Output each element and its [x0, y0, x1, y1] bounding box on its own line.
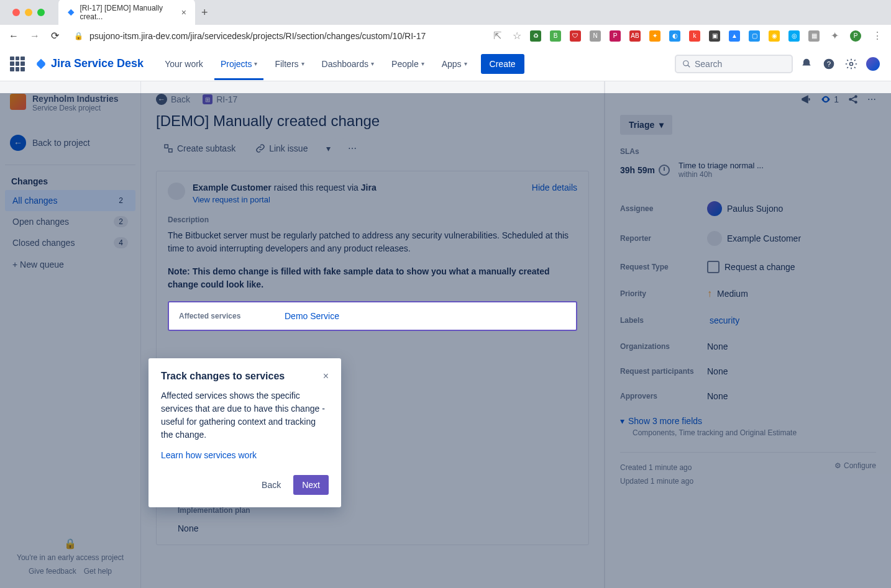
request-type-field[interactable]: Request Type Request a change: [620, 253, 876, 281]
updated-timestamp: Updated 1 minute ago: [620, 475, 693, 489]
priority-field[interactable]: Priority ↑Medium: [620, 281, 876, 307]
svg-line-10: [851, 97, 855, 99]
affected-services-label: Affected services: [179, 312, 285, 320]
url-bar[interactable]: 🔒 psujono-itsm.jira-dev.com/jira/service…: [68, 31, 485, 41]
reload-icon[interactable]: ⟳: [48, 27, 62, 44]
ext-icon[interactable]: P: [610, 30, 621, 42]
star-icon[interactable]: ☆: [510, 27, 524, 44]
nav-filters[interactable]: Filters▾: [268, 54, 310, 74]
tab-title: [RI-17] [DEMO] Manually creat...: [80, 4, 176, 21]
close-tab-icon[interactable]: ×: [181, 7, 186, 17]
get-help-link[interactable]: Get help: [84, 567, 112, 576]
count-badge: 4: [114, 237, 128, 248]
status-button[interactable]: Triage ▾: [620, 115, 672, 135]
link-issue-button[interactable]: Link issue: [248, 138, 315, 158]
nav-projects[interactable]: Projects▾: [214, 48, 264, 80]
app-switcher-icon[interactable]: [10, 57, 25, 71]
nav-dashboards[interactable]: Dashboards▾: [316, 54, 381, 74]
give-feedback-link[interactable]: Give feedback: [29, 567, 76, 576]
popup-back-button[interactable]: Back: [254, 475, 288, 495]
chevron-down-icon: ▾: [464, 60, 467, 67]
browser-tab[interactable]: [RI-17] [DEMO] Manually creat... ×: [58, 0, 195, 26]
jira-logo[interactable]: Jira Service Desk: [35, 57, 144, 70]
create-button[interactable]: Create: [481, 54, 524, 74]
sidebar-section-heading: Changes: [5, 173, 135, 190]
open-external-icon[interactable]: ⇱: [491, 27, 504, 44]
notifications-icon[interactable]: [798, 55, 815, 73]
help-icon[interactable]: ?: [820, 55, 838, 73]
search-icon: [682, 60, 691, 68]
ext-icon[interactable]: B: [550, 30, 561, 42]
chevron-down-icon: ▾: [254, 60, 257, 67]
project-icon: [10, 94, 26, 110]
nav-people[interactable]: People▾: [385, 54, 431, 74]
back-nav-icon[interactable]: ←: [6, 28, 21, 44]
profile-icon[interactable]: P: [850, 30, 861, 42]
close-icon[interactable]: ×: [323, 371, 329, 382]
close-window-icon[interactable]: [12, 9, 20, 16]
sidebar-item-closed-changes[interactable]: Closed changes 4: [5, 232, 135, 253]
ext-icon[interactable]: ▣: [709, 30, 720, 42]
participants-field[interactable]: Request participants None: [620, 359, 876, 384]
ext-icon[interactable]: ◉: [769, 30, 780, 42]
create-subtask-button[interactable]: Create subtask: [156, 138, 243, 158]
svg-line-11: [851, 100, 855, 102]
share-icon[interactable]: [848, 94, 859, 105]
watchers-button[interactable]: 1: [820, 94, 839, 105]
hide-details-link[interactable]: Hide details: [532, 183, 577, 192]
more-icon[interactable]: ⋯: [867, 94, 876, 104]
sidebar-item-all-changes[interactable]: All changes 2: [5, 190, 135, 211]
ext-icon[interactable]: ▢: [749, 30, 760, 42]
approvers-field[interactable]: Approvers None: [620, 384, 876, 409]
issue-title[interactable]: [DEMO] Manually created change: [156, 112, 589, 130]
description-note: Note: This demo change is filled with fa…: [168, 265, 577, 291]
popup-learn-link[interactable]: Learn how services work: [161, 450, 329, 460]
ext-icon[interactable]: ◐: [669, 30, 680, 42]
svg-rect-5: [165, 145, 168, 148]
new-queue-button[interactable]: + New queue: [5, 253, 135, 276]
ext-icon[interactable]: ✦: [649, 30, 660, 42]
ext-icon[interactable]: 🛡: [570, 30, 581, 42]
feedback-icon[interactable]: [800, 94, 811, 105]
sidebar-item-open-changes[interactable]: Open changes 2: [5, 211, 135, 232]
extension-icons: ♻ B 🛡 N P AB ✦ ◐ k ▣ ▲ ▢ ◉ ◎ ▦ ✦ P ⋮: [530, 27, 885, 44]
minimize-window-icon[interactable]: [25, 9, 32, 16]
content-side: 1 ⋯ Triage ▾ SLAs 39h 59m: [605, 81, 891, 588]
breadcrumb-back[interactable]: ← Back: [156, 94, 190, 105]
ext-icon[interactable]: AB: [629, 30, 641, 42]
nav-your-work[interactable]: Your work: [158, 54, 209, 74]
user-avatar[interactable]: [865, 56, 881, 72]
organizations-field[interactable]: Organizations None: [620, 334, 876, 359]
ext-icon[interactable]: ◎: [788, 30, 800, 42]
link-dropdown-button[interactable]: ▾: [320, 138, 337, 158]
maximize-window-icon[interactable]: [37, 9, 45, 16]
affected-services-field[interactable]: Affected services Demo Service: [168, 301, 577, 331]
ext-icon[interactable]: ▦: [808, 30, 820, 42]
configure-link[interactable]: ⚙ Configure: [834, 461, 876, 470]
new-tab-button[interactable]: +: [201, 6, 208, 19]
more-actions-button[interactable]: ⋯: [342, 138, 363, 158]
ext-icon[interactable]: ♻: [530, 30, 541, 42]
forward-nav-icon[interactable]: →: [27, 28, 42, 44]
popup-next-button[interactable]: Next: [293, 475, 329, 495]
show-more-fields[interactable]: ▾ Show 3 more fields: [620, 416, 876, 426]
search-input[interactable]: Search: [675, 55, 793, 73]
ext-icon[interactable]: N: [590, 30, 601, 42]
label-tag[interactable]: security: [707, 314, 742, 327]
breadcrumb-issue-key[interactable]: ⊞ RI-17: [203, 94, 237, 104]
requester-text: Example Customer raised this request via…: [193, 183, 524, 204]
reporter-field[interactable]: Reporter Example Customer: [620, 224, 876, 253]
affected-services-value[interactable]: Demo Service: [285, 311, 339, 321]
nav-apps[interactable]: Apps▾: [436, 54, 473, 74]
assignee-field[interactable]: Assignee Paulus Sujono: [620, 194, 876, 224]
ext-icon[interactable]: ▲: [729, 30, 740, 42]
implementation-plan-value[interactable]: None: [168, 523, 577, 533]
settings-icon[interactable]: [843, 55, 860, 73]
back-to-project[interactable]: ← Back to project: [5, 129, 135, 157]
svg-line-1: [688, 65, 690, 67]
view-in-portal-link[interactable]: View request in portal: [193, 195, 524, 204]
extensions-menu-icon[interactable]: ✦: [828, 27, 841, 44]
browser-menu-icon[interactable]: ⋮: [870, 27, 885, 44]
ext-icon[interactable]: k: [689, 30, 700, 42]
labels-field[interactable]: Labels security: [620, 307, 876, 334]
